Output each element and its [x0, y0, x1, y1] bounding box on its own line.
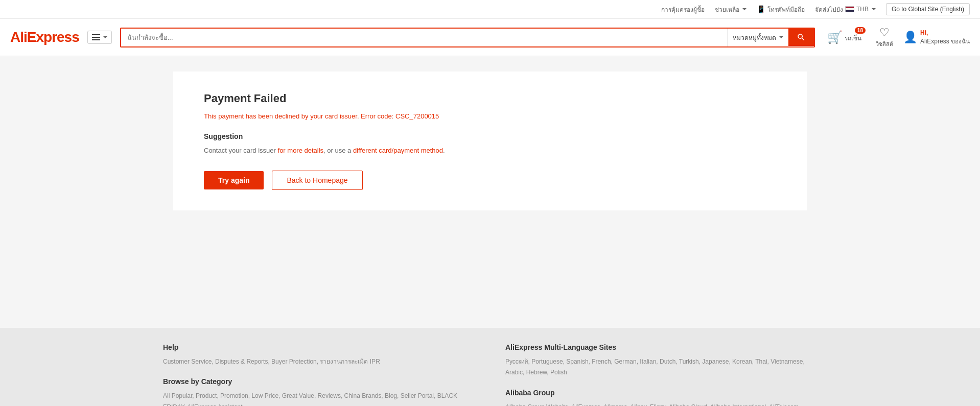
- menu-chevron-icon: [103, 36, 107, 38]
- footer-browse-title: Browse by Category: [163, 377, 475, 386]
- search-icon: [797, 33, 806, 42]
- menu-button[interactable]: [87, 31, 112, 44]
- top-bar: การคุ้มครองผู้ซื้อ ช่วยเหลือ 📱 โทรศัพท์ม…: [0, 0, 980, 19]
- suggestion-text: Contact your card issuer for more detail…: [204, 146, 776, 156]
- user-label: AliExpress ของฉัน: [920, 37, 970, 46]
- footer-help-links: Customer Service, Disputes & Reports, Bu…: [163, 356, 475, 368]
- footer-browse-links: All Popular, Product, Promotion, Low Pri…: [163, 391, 475, 406]
- header: AliExpress หมวดหมู่ทั้งหมด 🛒 18 รถเข็น ♡…: [0, 19, 980, 56]
- phone-icon: 📱: [757, 5, 765, 13]
- payment-error-message: This payment has been declined by your c…: [204, 112, 776, 120]
- user-hi: Hi,: [920, 29, 970, 37]
- buyer-protection[interactable]: การคุ้มครองผู้ซื้อ: [661, 5, 705, 14]
- user-icon: 👤: [903, 31, 917, 44]
- category-chevron-icon: [779, 36, 783, 38]
- footer-help-section: Help Customer Service, Disputes & Report…: [163, 343, 475, 406]
- category-select[interactable]: หมวดหมู่ทั้งหมด: [727, 29, 788, 46]
- action-buttons: Try again Back to Homepage: [204, 171, 776, 190]
- mobile-app[interactable]: 📱 โทรศัพท์มือถือ: [757, 5, 805, 14]
- suggestion-title: Suggestion: [204, 132, 776, 140]
- payment-title: Payment Failed: [204, 92, 776, 105]
- cart-label: รถเข็น: [845, 33, 861, 43]
- user-account-button[interactable]: 👤 Hi, AliExpress ของฉัน: [903, 29, 970, 46]
- cart-icon: 🛒: [827, 30, 843, 44]
- cart-badge: 18: [855, 27, 866, 34]
- different-payment-link[interactable]: different card/payment method: [353, 147, 443, 154]
- footer-inner: Help Customer Service, Disputes & Report…: [163, 343, 817, 406]
- search-container: หมวดหมู่ทั้งหมด: [120, 28, 815, 47]
- wishlist-label: วิชลิสต์: [876, 39, 893, 49]
- cart-button[interactable]: 🛒 18 รถเข็น: [823, 28, 866, 46]
- heart-icon: ♡: [879, 26, 890, 39]
- footer-alibaba-title: Alibaba Group: [505, 389, 817, 397]
- help-menu[interactable]: ช่วยเหลือ: [715, 5, 746, 14]
- footer-alibaba-links: Alibaba Group Website, AliExpress, Alima…: [505, 402, 817, 406]
- hamburger-icon: [92, 34, 100, 40]
- back-to-homepage-button[interactable]: Back to Homepage: [272, 171, 362, 190]
- wishlist-button[interactable]: ♡ วิชลิสต์: [874, 24, 895, 51]
- for-more-details-link[interactable]: for more details: [278, 147, 324, 154]
- search-input[interactable]: [121, 30, 727, 45]
- currency-chevron-icon: [872, 8, 876, 10]
- global-site-link[interactable]: Go to Global Site (English): [886, 3, 970, 15]
- search-button[interactable]: [788, 29, 814, 46]
- main-content: Payment Failed This payment has been dec…: [163, 56, 817, 226]
- footer-multilang-title: AliExpress Multi-Language Sites: [505, 343, 817, 351]
- ship-to[interactable]: จัดส่งไปยัง THB: [815, 5, 876, 14]
- footer-multilang-links: Русский, Portuguese, Spanish, French, Ge…: [505, 356, 817, 378]
- help-chevron-icon: [742, 8, 746, 10]
- footer: Help Customer Service, Disputes & Report…: [0, 328, 980, 406]
- thai-flag-icon: [845, 6, 854, 12]
- footer-help-title: Help: [163, 343, 475, 351]
- try-again-button[interactable]: Try again: [204, 171, 264, 189]
- payment-failed-card: Payment Failed This payment has been dec…: [173, 71, 807, 210]
- footer-right-section: AliExpress Multi-Language Sites Русский,…: [505, 343, 817, 406]
- logo[interactable]: AliExpress: [10, 29, 79, 45]
- spacer: [0, 226, 980, 328]
